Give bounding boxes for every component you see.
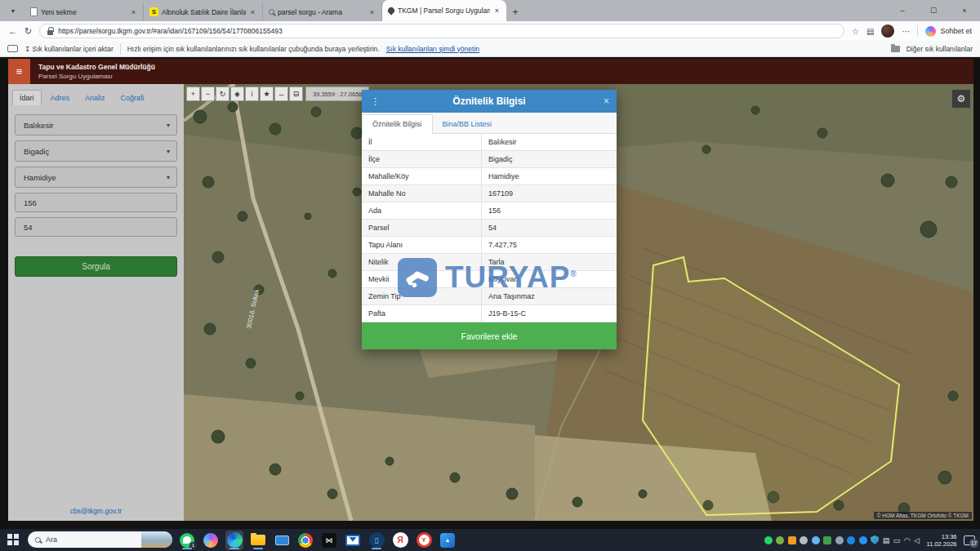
tab-search-button[interactable]: ▾ [6,4,20,17]
query-sidebar: İdari Adres Analiz Coğrafi Balıkesir ▾ B… [8,84,184,521]
location-pin-icon [386,6,395,15]
modal-header[interactable]: ⋮ Öznitelik Bilgisi × [362,90,617,113]
app-title: Tapu ve Kadastro Genel Müdürlüğü Parsel … [38,63,155,80]
tab-oznitelik[interactable]: Öznitelik Bilgisi [362,114,433,134]
capcut-button[interactable]: ⋈ [320,531,338,550]
phone-link-button[interactable]: ▯ [368,531,385,550]
tab-cografi[interactable]: Coğrafi [114,91,151,105]
drag-handle-icon[interactable]: ⋮ [371,96,380,107]
mail-button[interactable] [344,531,362,550]
close-icon[interactable]: × [604,96,609,107]
photos-button[interactable]: ▲ [439,531,457,550]
basemap-settings-button[interactable]: ⚙ [952,90,970,108]
address-bar: ← ↻ https://parselsorgu.tkgm.gov.tr/#ara… [0,21,980,41]
yandex-button[interactable]: Я [391,531,409,550]
tab-adres[interactable]: Adres [44,91,77,105]
refresh-map-button[interactable]: ↻ [216,87,229,101]
notification-center-button[interactable]: 17 [964,535,975,545]
import-favorites-label: Sık kullanılanlar içeri aktar [33,45,114,53]
modal-tabs: Öznitelik Bilgisi Bina/BB Listesi [362,113,617,134]
close-icon[interactable]: × [368,8,376,16]
district-select[interactable]: Bigadiç ▾ [15,140,177,162]
close-icon[interactable]: × [130,8,137,16]
tab-analiz[interactable]: Analiz [78,91,112,105]
sheets-tray-icon[interactable] [823,536,831,544]
maximize-button[interactable]: ☐ [918,0,949,21]
close-icon[interactable]: × [493,7,501,15]
yandex-browser-button[interactable]: Y [415,531,433,550]
province-select[interactable]: Balıkesir ▾ [15,114,177,136]
tab-search-results[interactable]: parsel sorgu - Arama × [263,2,382,21]
taskbar-search[interactable]: Ara [28,531,172,548]
collections-icon[interactable]: ▤ [866,27,874,36]
antivirus-tray-icon[interactable] [776,536,784,544]
url-input[interactable]: https://parselsorgu.tkgm.gov.tr/#ara/ida… [39,24,844,38]
volume-icon[interactable]: ◁ [914,536,920,544]
app-title-line2: Parsel Sorgu Uygulaması [38,73,155,80]
tab-label: Yeni sekme [41,8,127,16]
tab-idari[interactable]: İdari [12,90,42,105]
wifi-icon[interactable]: ◠ [904,536,911,544]
add-to-favorites-button[interactable]: Favorilere ekle [362,322,617,349]
close-window-button[interactable]: × [949,0,980,21]
bluetooth-icon[interactable] [859,536,867,544]
copilot-app-button[interactable] [202,531,220,550]
cloud-tray-icon[interactable] [835,536,844,544]
row-label: İlçe [362,151,481,167]
map-toolbar: + − ↻ ◈ i ★ ↔ ⊟ 39.3559 : 27.0658 [186,87,369,101]
hamburger-menu-button[interactable]: ≡ [8,59,30,84]
coordinates-readout: 39.3559 : 27.0658 [305,87,369,101]
info-button[interactable]: i [245,87,259,101]
back-icon[interactable]: ← [8,26,17,36]
battery-icon[interactable]: ▭ [893,536,901,544]
parsel-input[interactable]: 54 [15,217,177,237]
capcut-icon: ⋈ [322,533,336,548]
tab-sahibinden[interactable]: S Altınoluk Satılık Daire İlanları ve Sa… [144,2,263,21]
print-button[interactable]: ⊟ [289,87,303,101]
favorites-button[interactable]: ★ [260,87,274,101]
chrome-button[interactable] [296,531,314,550]
manage-favorites-link[interactable]: Sık kullanılanları şimdi yönetin [386,45,479,53]
search-highlight-image [141,531,172,548]
copilot-button[interactable]: Sohbet et [925,26,972,37]
zoom-out-button[interactable]: − [201,87,215,101]
refresh-icon[interactable]: ↻ [24,26,32,37]
network-tray-icon[interactable] [847,536,855,544]
new-tab-button[interactable]: + [506,2,524,21]
edge-button[interactable] [225,531,243,550]
whatsapp-tray-icon[interactable] [764,536,773,544]
search-icon [269,9,274,15]
updater-tray-icon[interactable] [788,536,796,544]
capture-tray-icon[interactable] [800,536,808,544]
taskbar-clock[interactable]: 13:36 11.02.2026 [927,533,957,548]
messenger-tray-icon[interactable] [812,536,820,544]
sahibinden-icon: S [149,7,158,16]
browser-menu-icon[interactable]: ⋯ [902,27,910,36]
copilot-icon [203,533,218,548]
taskbar-apps: 1 ⋈ ▯ Я Y ▲ [178,529,457,551]
neighborhood-select[interactable]: Hamidiye ▾ [15,167,177,188]
tab-bina-bb[interactable]: Bina/BB Listesi [433,115,502,133]
ada-input[interactable]: 156 [15,193,177,212]
import-favorites-button[interactable]: ↧ Sık kullanılanlar içeri aktar [24,45,114,53]
file-explorer-button[interactable] [249,531,267,550]
defender-shield-icon[interactable] [871,535,879,544]
device-app-button[interactable] [273,531,291,550]
tab-new-tab[interactable]: Yeni sekme × [24,2,144,21]
other-favorites-button[interactable]: Diğer sık kullanılanlar [906,45,973,53]
zoom-in-button[interactable]: + [186,87,200,101]
tab-tkgm-active[interactable]: TKGM | Parsel Sorgu Uygulaması × [382,0,506,21]
row-label: Ada [362,202,481,219]
contact-email-link[interactable]: cbs@tkgm.gov.tr [8,507,184,515]
favorite-star-icon[interactable]: ☆ [852,27,859,36]
start-button[interactable] [7,534,20,546]
measure-button[interactable]: ↔ [274,87,288,101]
whatsapp-button[interactable]: 1 [178,531,196,550]
wallet-icon[interactable] [7,45,18,52]
tablet-mode-icon[interactable]: ▤ [883,536,890,544]
minimize-button[interactable]: – [887,0,918,21]
sorgula-button[interactable]: Sorgula [15,256,177,277]
profile-avatar[interactable] [881,24,894,38]
close-icon[interactable]: × [249,8,256,16]
locate-button[interactable]: ◈ [230,87,244,101]
